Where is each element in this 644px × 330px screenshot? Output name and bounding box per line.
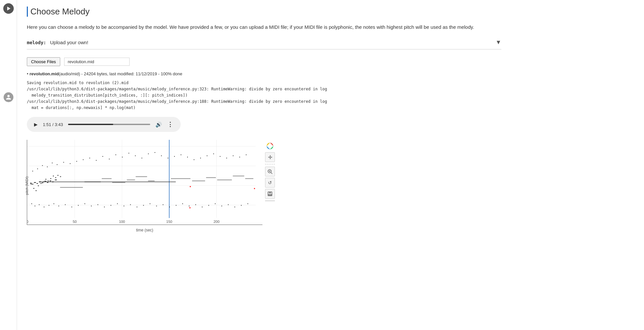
chart-x-axis-label: time (sec) xyxy=(27,228,262,232)
svg-rect-99 xyxy=(234,207,235,208)
svg-rect-74 xyxy=(71,207,72,208)
svg-rect-72 xyxy=(59,206,59,207)
svg-rect-108 xyxy=(112,182,125,183)
svg-rect-73 xyxy=(65,205,65,205)
svg-rect-48 xyxy=(135,156,136,156)
audio-time: 1:51 / 3:43 xyxy=(43,122,63,127)
audio-play-button[interactable]: ▶ xyxy=(34,122,38,127)
svg-rect-56 xyxy=(187,157,188,157)
svg-rect-114 xyxy=(206,177,216,178)
svg-rect-95 xyxy=(208,205,209,206)
zoom-tool[interactable] xyxy=(265,167,275,176)
svg-rect-65 xyxy=(246,155,246,155)
chart-container: pitch (MIDI) 72 60 xyxy=(27,140,262,231)
svg-rect-85 xyxy=(143,205,144,206)
audio-more-button[interactable]: ⋮ xyxy=(167,121,173,128)
svg-rect-75 xyxy=(78,205,79,206)
svg-line-132 xyxy=(271,173,272,174)
svg-text:0: 0 xyxy=(27,220,28,224)
svg-rect-49 xyxy=(142,158,142,158)
svg-rect-90 xyxy=(176,205,176,206)
svg-rect-81 xyxy=(117,204,118,204)
colorwheel-tool[interactable] xyxy=(265,141,275,151)
svg-rect-45 xyxy=(116,155,116,155)
svg-rect-97 xyxy=(222,206,222,207)
sidebar-play-button[interactable] xyxy=(3,3,14,14)
svg-rect-118 xyxy=(30,183,32,184)
svg-rect-60 xyxy=(213,154,214,154)
svg-rect-121 xyxy=(37,183,38,184)
svg-rect-26 xyxy=(53,176,54,176)
svg-rect-59 xyxy=(207,156,207,156)
svg-rect-25 xyxy=(50,178,51,179)
svg-rect-107 xyxy=(102,178,112,179)
svg-rect-137 xyxy=(268,194,272,195)
svg-rect-86 xyxy=(150,204,150,204)
svg-rect-110 xyxy=(136,176,147,177)
svg-rect-66 xyxy=(31,204,32,204)
audio-player: ▶ 1:51 / 3:43 🔊 ⋮ xyxy=(27,117,181,132)
svg-rect-71 xyxy=(54,204,54,204)
svg-rect-117 xyxy=(245,178,253,179)
svg-text:150: 150 xyxy=(166,220,172,224)
svg-rect-42 xyxy=(96,160,97,161)
svg-rect-88 xyxy=(163,205,163,205)
audio-volume-icon[interactable]: 🔊 xyxy=(155,121,162,128)
svg-rect-125 xyxy=(47,182,48,183)
svg-rect-77 xyxy=(91,206,92,207)
svg-rect-113 xyxy=(192,181,205,181)
svg-rect-70 xyxy=(49,205,49,206)
svg-rect-31 xyxy=(32,171,33,172)
svg-rect-105 xyxy=(60,187,83,188)
svg-rect-100 xyxy=(241,205,241,206)
svg-rect-124 xyxy=(45,181,46,182)
svg-rect-38 xyxy=(70,163,70,164)
audio-progress-bar[interactable] xyxy=(68,124,150,125)
file-upload-row: Choose Files revolution.mid xyxy=(27,57,631,66)
dropdown-arrow-icon[interactable]: ▼ xyxy=(495,39,501,46)
svg-rect-33 xyxy=(42,165,43,166)
svg-rect-46 xyxy=(122,157,123,157)
svg-text:200: 200 xyxy=(214,220,220,224)
svg-rect-67 xyxy=(35,206,35,207)
svg-rect-17 xyxy=(31,184,32,185)
svg-rect-127 xyxy=(52,182,54,182)
svg-rect-28 xyxy=(58,175,59,176)
svg-rect-20 xyxy=(38,186,39,186)
reset-tool[interactable]: ↺ xyxy=(265,178,275,188)
svg-rect-27 xyxy=(55,177,56,178)
svg-rect-83 xyxy=(130,205,131,205)
svg-rect-101 xyxy=(247,204,248,204)
svg-rect-41 xyxy=(89,158,90,158)
svg-rect-68 xyxy=(39,205,40,205)
user-avatar xyxy=(4,92,13,102)
svg-rect-122 xyxy=(39,182,41,182)
chart-toolbar: ✛ ↺ xyxy=(265,141,275,231)
svg-rect-57 xyxy=(194,159,194,160)
svg-rect-126 xyxy=(50,181,51,181)
svg-rect-52 xyxy=(161,156,162,156)
svg-rect-96 xyxy=(215,204,216,204)
file-name-display: revolution.mid xyxy=(64,58,130,66)
file-info: • revolution.mid(audio/mid) - 24204 byte… xyxy=(27,71,631,77)
svg-rect-64 xyxy=(239,157,240,157)
svg-rect-53 xyxy=(168,158,168,158)
choose-files-button[interactable]: Choose Files xyxy=(27,57,60,66)
svg-rect-112 xyxy=(171,178,190,179)
save-tool[interactable] xyxy=(265,189,275,199)
svg-rect-47 xyxy=(129,153,129,154)
svg-rect-91 xyxy=(182,204,183,204)
description-text: Here you can choose a melody to be accom… xyxy=(27,23,485,31)
svg-rect-36 xyxy=(57,164,58,165)
svg-rect-55 xyxy=(181,155,181,155)
svg-rect-94 xyxy=(202,207,203,208)
svg-rect-21 xyxy=(41,183,42,184)
pan-tool[interactable]: ✛ xyxy=(265,152,275,162)
midi-chart: 72 60 48 0 50 100 150 200 xyxy=(27,140,262,225)
svg-rect-84 xyxy=(137,207,137,208)
svg-rect-119 xyxy=(32,184,33,185)
svg-rect-39 xyxy=(76,161,77,162)
svg-text:100: 100 xyxy=(119,220,125,224)
svg-rect-23 xyxy=(45,179,46,180)
svg-text:50: 50 xyxy=(73,220,77,224)
